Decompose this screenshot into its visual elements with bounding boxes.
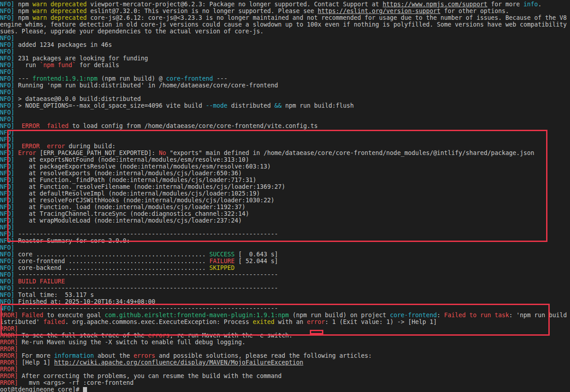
text-segment: npm <box>14 1 32 8</box>
text-segment: engine whims, feature detection in old c… <box>0 21 567 28</box>
text-segment: NFO] <box>0 8 14 14</box>
terminal-line: NFO] -----------------------------------… <box>0 305 567 312</box>
text-segment <box>14 123 22 129</box>
text-segment: to execute goal <box>43 312 105 319</box>
terminal-line: NFO] npm warn deprecated viewport-mercat… <box>0 1 567 8</box>
text-segment: 231 packages are looking for funding <box>14 55 148 62</box>
text-segment: to load config from /home/dataease/core/… <box>69 123 317 129</box>
text-segment: at Function._findPath (node:internal/mod… <box>14 177 256 183</box>
text-segment: for details <box>76 62 119 68</box>
terminal-line: NFO] BUILD FAILURE <box>0 278 567 285</box>
terminal-line: RROR] <box>0 346 567 352</box>
text-segment: Re-run Maven using the -X switch to enab… <box>18 339 245 346</box>
text-segment: NFO] <box>0 75 14 82</box>
text-segment: Running 'npm run build:distributed' in /… <box>14 82 278 89</box>
text-segment: FAILURE <box>209 258 234 264</box>
terminal-line: RROR] <box>0 366 567 373</box>
terminal-line: NFO] at resolveExports (node:internal/mo… <box>0 170 567 177</box>
terminal-line: NFO] <box>0 224 567 231</box>
text-segment: Failed <box>22 312 43 319</box>
link-url[interactable]: https://eslint.org/version-support <box>318 8 441 14</box>
terminal-line: NFO] ERROR error during build: <box>0 143 567 150</box>
text-segment: NFO] <box>0 123 14 129</box>
terminal-line: NFO] npm warn deprecated core-js@2.6.12:… <box>0 14 567 21</box>
terminal-line: NFO] <box>0 116 567 123</box>
terminal-line: NFO] --- frontend:1.9.1:npm (npm run bui… <box>0 75 567 82</box>
text-segment: about the <box>94 352 133 359</box>
text-segment: failed <box>47 123 69 129</box>
text-segment: at packageExportsResolve (node:internal/… <box>14 163 271 170</box>
text-segment: For more <box>18 352 54 359</box>
text-segment: at resolveForCJSWithHooks (node:internal… <box>14 197 274 204</box>
text-segment: > NODE_OPTIONS=--max_old_space_size=4096… <box>14 102 206 109</box>
terminal-line: NFO] added 1234 packages in 46s <box>0 41 567 48</box>
terminal-line: NFO] core-frontend .....................… <box>0 258 567 264</box>
terminal-line: RROR] For more information about the err… <box>0 352 567 359</box>
text-segment: at resolveExports (node:internal/modules… <box>14 170 242 177</box>
text-segment: NFO] <box>0 48 14 55</box>
text-segment: SUCCESS <box>209 251 234 258</box>
terminal-line: RROR] <box>0 325 567 332</box>
text-segment: BUILD FAILURE <box>18 278 65 285</box>
terminal-line: NFO] Error [ERR_PACKAGE_PATH_NOT_EXPORTE… <box>0 150 567 156</box>
text-segment: for more <box>487 1 524 8</box>
text-segment: NFO] <box>0 82 14 89</box>
text-segment: core-backend ...........................… <box>14 264 209 271</box>
text-segment: errors <box>148 332 170 339</box>
link-url[interactable]: https://www.npmjs.com/support <box>383 1 487 8</box>
text-segment: NFO] <box>0 237 14 244</box>
text-segment: && <box>274 102 281 109</box>
text-segment: exited <box>253 319 274 325</box>
text-segment: NFO] <box>0 244 14 251</box>
terminal-cursor <box>83 387 87 392</box>
text-segment: warn deprecated <box>32 14 87 21</box>
text-segment: ERROR <box>22 123 40 129</box>
text-segment: NFO] <box>0 109 14 116</box>
text-segment: core-frontend ..........................… <box>14 258 209 264</box>
terminal-line: RROR] [Help 1] http://cwiki.apache.org/c… <box>0 359 567 366</box>
text-segment: After correcting the problems, you can r… <box>18 373 281 379</box>
text-segment: : 'npm run build <box>509 312 567 319</box>
text-segment: SKIPPED <box>209 264 234 271</box>
text-segment: NFO] <box>0 163 14 170</box>
text-segment: [ERR_PACKAGE_PATH_NOT_EXPORTED]: <box>36 150 159 156</box>
text-segment: sues. Please, upgrade your dependencies … <box>0 28 263 35</box>
text-segment: NFO] <box>0 292 14 298</box>
text-segment: NFO] <box>0 35 14 41</box>
terminal-line: oot@tdengineone core]# <box>0 386 567 392</box>
text-segment: NFO] <box>0 210 14 217</box>
text-segment: at exportsNotFound (node:internal/module… <box>14 156 249 163</box>
terminal-line: NFO] at defaultResolveImpl (node:interna… <box>0 190 567 197</box>
text-segment: : <box>437 312 444 319</box>
text-segment: NFO] <box>0 89 14 96</box>
text-segment: RROR] <box>0 379 18 386</box>
text-segment: NFO] <box>0 55 14 62</box>
terminal-line: NFO] <box>0 35 567 41</box>
text-segment: [ 0.643 s] <box>234 251 278 258</box>
text-segment: NFO] <box>0 231 14 237</box>
terminal-window[interactable]: NFO] npm warn deprecated viewport-mercat… <box>0 0 570 392</box>
text-segment: RROR] <box>0 312 18 319</box>
terminal-line: NFO] core-backend ......................… <box>0 264 567 271</box>
text-segment: [Help 1] <box>18 359 54 366</box>
terminal-line: NFO] <box>0 244 567 251</box>
terminal-line: NFO] > dataease@0.0.0 build:distributed <box>0 96 567 102</box>
text-segment: warn deprecated <box>32 8 87 14</box>
link-url[interactable]: http://cwiki.apache.org/confluence/displ… <box>54 359 303 366</box>
terminal-line: NFO] core ..............................… <box>0 251 567 258</box>
text-segment: NFO] <box>0 251 14 258</box>
text-segment: Finished at: 2025-10-20T16:34:49+08:00 <box>14 298 155 305</box>
text-segment: eslint@7.32.0: This version is no longer… <box>87 8 317 14</box>
text-segment: NFO] <box>0 278 14 285</box>
text-segment: information <box>54 352 94 359</box>
text-segment: RROR] <box>0 339 18 346</box>
text-segment: RROR] <box>0 346 18 352</box>
text-segment: NFO] <box>0 298 14 305</box>
text-segment: error <box>307 319 325 325</box>
text-segment: ----------------------------------------… <box>14 285 278 292</box>
terminal-line: sues. Please, upgrade your dependencies … <box>0 28 567 35</box>
text-segment <box>40 143 47 150</box>
text-segment: NFO] <box>0 68 14 75</box>
terminal-line: NFO] npm warn deprecated eslint@7.32.0: … <box>0 8 567 14</box>
text-segment: com.github.eirslett:frontend-maven-plugi… <box>105 312 289 319</box>
